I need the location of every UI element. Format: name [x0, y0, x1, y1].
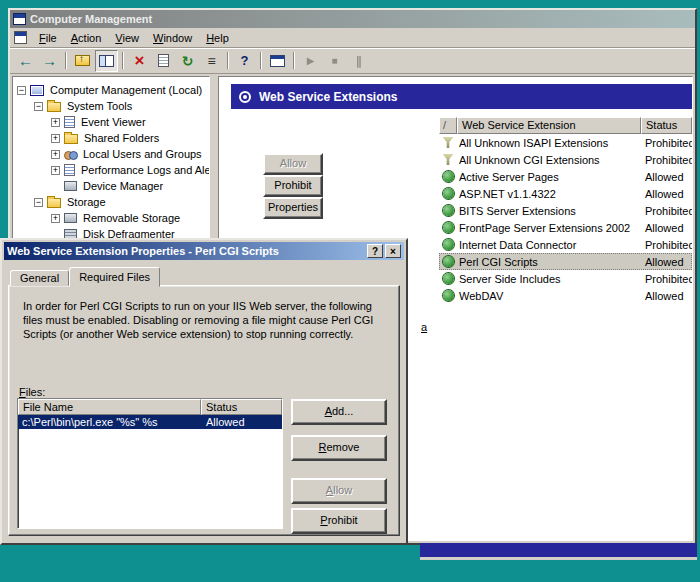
tree-item-label: Shared Folders: [82, 132, 161, 144]
tree-item-label: Removable Storage: [81, 212, 182, 224]
up-button[interactable]: [71, 50, 94, 72]
dialog-help-button[interactable]: ?: [367, 244, 383, 258]
menu-help[interactable]: Help: [199, 30, 236, 46]
file-name-cell: c:\Perl\bin\perl.exe "%s" %s: [18, 416, 201, 428]
stop-button[interactable]: [323, 50, 346, 72]
extension-row-frontpage-server-extensions-2002[interactable]: FrontPage Server Extensions 2002Allowed: [439, 219, 692, 236]
taskpad-title: Web Service Extensions: [259, 90, 398, 104]
expand-plus-box[interactable]: +: [51, 134, 60, 143]
pause-button[interactable]: [347, 50, 370, 72]
back-button[interactable]: [14, 50, 37, 72]
extension-name: All Unknown CGI Extensions: [457, 154, 641, 166]
extension-row-active-server-pages[interactable]: Active Server PagesAllowed: [439, 168, 692, 185]
dialog-close-button[interactable]: ×: [385, 244, 401, 258]
tree-item-removable-storage[interactable]: +Removable Storage: [13, 210, 209, 226]
expand-plus-box[interactable]: +: [51, 214, 60, 223]
expand-plus-box[interactable]: +: [51, 150, 60, 159]
gear-icon: [439, 205, 457, 216]
toolbar-separator: [122, 52, 124, 69]
tree-item-performance-logs-and-ale[interactable]: +Performance Logs and Ale: [13, 162, 209, 178]
files-label: Files:: [19, 386, 45, 398]
refresh-icon: [182, 53, 194, 69]
back-icon: [18, 52, 33, 69]
menu-window[interactable]: Window: [146, 30, 199, 46]
event-viewer-icon: [64, 116, 75, 128]
expand-minus-box[interactable]: −: [34, 102, 43, 111]
extension-row-asp-net-v1-1-4322[interactable]: ASP.NET v1.1.4322Allowed: [439, 185, 692, 202]
properties-dialog: Web Service Extension Properties - Perl …: [0, 238, 408, 545]
menu-action[interactable]: Action: [64, 30, 109, 46]
removable-storage-icon: [64, 213, 77, 223]
extension-name: ASP.NET v1.1.4322: [457, 188, 641, 200]
show-tree-button[interactable]: [95, 50, 118, 72]
gear-icon: [439, 273, 457, 284]
tab-general[interactable]: General: [10, 270, 69, 286]
folder-icon: [47, 102, 61, 112]
tree-item-system-tools[interactable]: −System Tools: [13, 98, 209, 114]
tree-item-shared-folders[interactable]: +Shared Folders: [13, 130, 209, 146]
toolbar-separator: [293, 52, 295, 69]
forward-icon: [42, 52, 57, 69]
properties-button[interactable]: Properties: [263, 197, 323, 219]
dialog-remove-button[interactable]: Remove: [291, 435, 387, 461]
expand-minus-box[interactable]: −: [34, 198, 43, 207]
properties-button[interactable]: [152, 50, 175, 72]
help-button[interactable]: [233, 50, 256, 72]
file-name-column-header[interactable]: File Name: [18, 399, 201, 415]
menu-file[interactable]: File: [32, 30, 64, 46]
tree-item-device-manager[interactable]: Device Manager: [13, 178, 209, 194]
status-column-header[interactable]: Status: [641, 117, 692, 134]
extension-row-perl-cgi-scripts[interactable]: Perl CGI ScriptsAllowed: [439, 253, 692, 270]
extension-row-all-unknown-isapi-extensions[interactable]: All Unknown ISAPI ExtensionsProhibited: [439, 134, 692, 151]
tree-item-label: Performance Logs and Ale: [79, 164, 209, 176]
window-titlebar[interactable]: Computer Management: [10, 10, 695, 28]
taskpad-header: Web Service Extensions: [231, 84, 692, 109]
funnel-icon: [439, 137, 457, 148]
delete-button[interactable]: [128, 50, 151, 72]
delete-icon: [135, 52, 145, 69]
extension-row-bits-server-extensions[interactable]: BITS Server ExtensionsProhibited: [439, 202, 692, 219]
extension-column-header[interactable]: Web Service Extension: [457, 117, 641, 134]
tree-item-storage[interactable]: −Storage: [13, 194, 209, 210]
dialog-prohibit-button[interactable]: Prohibit: [291, 508, 387, 534]
file-status-column-header[interactable]: Status: [201, 399, 282, 415]
expand-plus-box[interactable]: +: [51, 166, 60, 175]
tab-required-files[interactable]: Required Files: [69, 267, 160, 287]
extension-name: BITS Server Extensions: [457, 205, 641, 217]
extension-name: Internet Data Connector: [457, 239, 641, 251]
dialog-add-button[interactable]: Add...: [291, 399, 387, 425]
extension-row-webdav[interactable]: WebDAVAllowed: [439, 287, 692, 304]
extension-status: Prohibited: [641, 154, 692, 166]
extension-status: Allowed: [641, 171, 692, 183]
menu-view[interactable]: View: [108, 30, 146, 46]
type-column-header[interactable]: [439, 117, 457, 134]
play-icon: [307, 55, 315, 66]
task-link-fragment[interactable]: a: [421, 321, 427, 333]
folder-icon: [47, 198, 61, 208]
dialog-allow-button[interactable]: Allow: [291, 478, 387, 504]
expand-minus-box[interactable]: −: [17, 86, 26, 95]
export-list-button[interactable]: [200, 50, 223, 72]
tree-item-label: Computer Management (Local): [48, 84, 204, 96]
computer-icon: [30, 85, 44, 96]
console-document-icon[interactable]: [14, 31, 27, 44]
tree-item-local-users-and-groups[interactable]: +Local Users and Groups: [13, 146, 209, 162]
extension-row-all-unknown-cgi-extensions[interactable]: All Unknown CGI ExtensionsProhibited: [439, 151, 692, 168]
extension-name: WebDAV: [457, 290, 641, 302]
allow-button[interactable]: Allow: [263, 153, 323, 175]
extension-row-internet-data-connector[interactable]: Internet Data ConnectorProhibited: [439, 236, 692, 253]
tree-item-computer-management-local[interactable]: −Computer Management (Local): [13, 82, 209, 98]
play-button[interactable]: [299, 50, 322, 72]
expand-plus-box[interactable]: +: [51, 118, 60, 127]
window-button[interactable]: [266, 50, 289, 72]
forward-button[interactable]: [38, 50, 61, 72]
extension-row-server-side-includes[interactable]: Server Side IncludesProhibited: [439, 270, 692, 287]
extension-name: All Unknown ISAPI Extensions: [457, 137, 641, 149]
extensions-list-header: Web Service Extension Status: [439, 117, 692, 134]
file-row[interactable]: c:\Perl\bin\perl.exe "%s" %sAllowed: [18, 415, 282, 429]
tree-item-event-viewer[interactable]: +Event Viewer: [13, 114, 209, 130]
dialog-titlebar[interactable]: Web Service Extension Properties - Perl …: [4, 242, 404, 260]
prohibit-button[interactable]: Prohibit: [263, 175, 323, 197]
web-service-extensions-icon: [239, 91, 251, 103]
refresh-button[interactable]: [176, 50, 199, 72]
